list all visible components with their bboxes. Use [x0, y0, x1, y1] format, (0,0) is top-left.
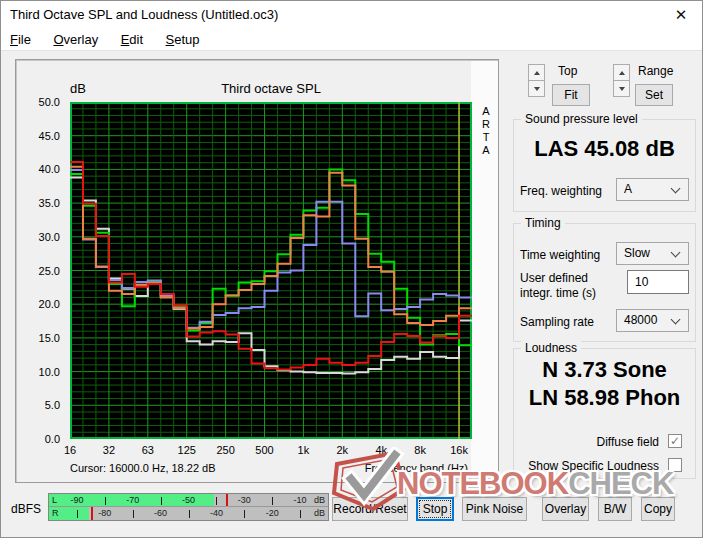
loudness-phon-value: LN 58.98 Phon	[514, 385, 695, 411]
level-meter-right: R-80-60-40-20dB	[49, 507, 328, 520]
meter-tick	[133, 510, 134, 518]
spl-value: LAS 45.08 dB	[514, 136, 695, 162]
integr-time-label-2: integr. time (s)	[520, 286, 596, 300]
meter-scale-label: -30	[238, 494, 251, 507]
y-tick-label: 5.0	[45, 399, 60, 411]
x-tick-label: 1k	[298, 444, 310, 456]
integr-time-input[interactable]: 10	[627, 270, 689, 294]
titlebar: Third Octave SPL and Loudness (Untitled.…	[1, 1, 702, 29]
meter-channel-label: L	[52, 494, 57, 507]
top-spin-down-icon[interactable]	[528, 80, 545, 97]
meter-tick	[105, 497, 106, 505]
top-label: Top	[558, 64, 577, 78]
menu-overlay[interactable]: Overlay	[44, 29, 107, 50]
bw-button[interactable]: B/W	[598, 497, 632, 521]
sampling-rate-select[interactable]: 48000	[616, 309, 689, 332]
x-tick-label: 16	[64, 444, 76, 456]
y-tick-label: 40.0	[39, 163, 60, 175]
freq-weighting-select[interactable]: A	[616, 178, 689, 201]
meter-tick	[161, 497, 162, 505]
top-spinner	[528, 64, 545, 98]
meter-peak	[226, 494, 228, 506]
level-meter: L-90-70-50-30-10dB R-80-60-40-20dB	[48, 493, 329, 521]
timing-group: Timing Time weighting Slow User defined …	[513, 223, 696, 342]
pink-noise-button[interactable]: Pink Noise	[462, 497, 527, 521]
menu-edit[interactable]: Edit	[112, 29, 152, 50]
y-tick-label: 10.0	[39, 366, 60, 378]
menu-file[interactable]: File	[1, 29, 40, 50]
meter-scale-label: -20	[266, 507, 279, 520]
diffuse-field-checkbox[interactable]: ✓	[668, 434, 682, 448]
x-tick-label: 500	[255, 444, 273, 456]
x-tick-label: 8k	[414, 444, 426, 456]
spl-group-label: Sound pressure level	[521, 112, 642, 126]
meter-tick	[216, 497, 217, 505]
meter-unit-label: dB	[314, 507, 325, 520]
y-tick-label: 20.0	[39, 298, 60, 310]
freq-weighting-value: A	[624, 182, 632, 196]
range-spin-up-icon[interactable]	[613, 64, 630, 81]
chevron-down-icon	[671, 315, 681, 325]
spl-plot[interactable]	[70, 102, 472, 439]
timing-group-label: Timing	[521, 216, 565, 230]
close-icon[interactable]: ✕	[666, 1, 696, 29]
chevron-down-icon	[671, 184, 681, 194]
meter-channel-label: R	[52, 507, 59, 520]
loudness-group: Loudness N 3.73 Sone LN 58.98 Phon Diffu…	[513, 348, 696, 479]
record-reset-button[interactable]: Record/Reset	[332, 497, 408, 521]
fit-button[interactable]: Fit	[552, 84, 590, 106]
time-weighting-select[interactable]: Slow	[616, 242, 689, 265]
freq-weighting-label: Freq. weighting	[520, 184, 602, 198]
meter-scale-label: -50	[182, 494, 195, 507]
meter-scale-label: -40	[210, 507, 223, 520]
menu-setup[interactable]: Setup	[157, 29, 209, 50]
x-tick-label: 63	[142, 444, 154, 456]
cursor-readout: Cursor: 16000.0 Hz, 18.22 dB	[70, 462, 216, 474]
y-tick-label: 0.0	[45, 433, 60, 445]
y-tick-label: 30.0	[39, 231, 60, 243]
sampling-rate-label: Sampling rate	[520, 315, 594, 329]
meter-scale-label: -10	[294, 494, 307, 507]
loudness-group-label: Loudness	[521, 341, 581, 355]
stop-button[interactable]: Stop	[416, 497, 454, 521]
x-tick-label: 4k	[375, 444, 387, 456]
meter-tick	[300, 510, 301, 518]
range-spinner	[613, 64, 630, 98]
y-tick-label: 35.0	[39, 197, 60, 209]
y-tick-label: 25.0	[39, 265, 60, 277]
specific-loudness-checkbox[interactable]	[668, 458, 682, 472]
y-tick-label: 15.0	[39, 332, 60, 344]
meter-peak	[91, 507, 93, 520]
meter-tick	[189, 510, 190, 518]
time-weighting-label: Time weighting	[520, 248, 600, 262]
overlay-button[interactable]: Overlay	[542, 497, 589, 521]
dbfs-label: dBFS	[11, 502, 41, 516]
x-tick-label: 32	[103, 444, 115, 456]
range-label: Range	[638, 64, 673, 78]
range-spin-down-icon[interactable]	[613, 80, 630, 97]
arta-spl-window: Third Octave SPL and Loudness (Untitled.…	[0, 0, 703, 538]
diffuse-field-label: Diffuse field	[597, 435, 659, 449]
level-meter-left: L-90-70-50-30-10dB	[49, 494, 328, 507]
top-spin-up-icon[interactable]	[528, 64, 545, 81]
y-tick-label: 45.0	[39, 130, 60, 142]
spl-group: Sound pressure level LAS 45.08 dB Freq. …	[513, 119, 696, 212]
meter-tick	[77, 510, 78, 518]
window-title: Third Octave SPL and Loudness (Untitled.…	[10, 1, 278, 29]
sampling-rate-value: 48000	[624, 313, 657, 327]
y-tick-label: 50.0	[39, 96, 60, 108]
meter-tick	[244, 510, 245, 518]
copy-button[interactable]: Copy	[641, 497, 675, 521]
chart-title: Third octave SPL	[70, 81, 472, 96]
y-axis-ticks: 50.045.040.035.030.025.020.015.010.05.00…	[16, 102, 66, 439]
loudness-sone-value: N 3.73 Sone	[514, 357, 695, 383]
x-tick-label: 125	[178, 444, 196, 456]
meter-scale-label: -70	[126, 494, 139, 507]
set-button[interactable]: Set	[635, 84, 673, 106]
chart-panel: dB Third octave SPL 50.045.040.035.030.0…	[15, 59, 499, 483]
meter-tick	[272, 497, 273, 505]
menubar: File Overlay Edit Setup	[1, 29, 702, 51]
meter-scale-label: -60	[154, 507, 167, 520]
x-tick-label: 250	[216, 444, 234, 456]
arta-logo: A R T A	[479, 105, 493, 157]
